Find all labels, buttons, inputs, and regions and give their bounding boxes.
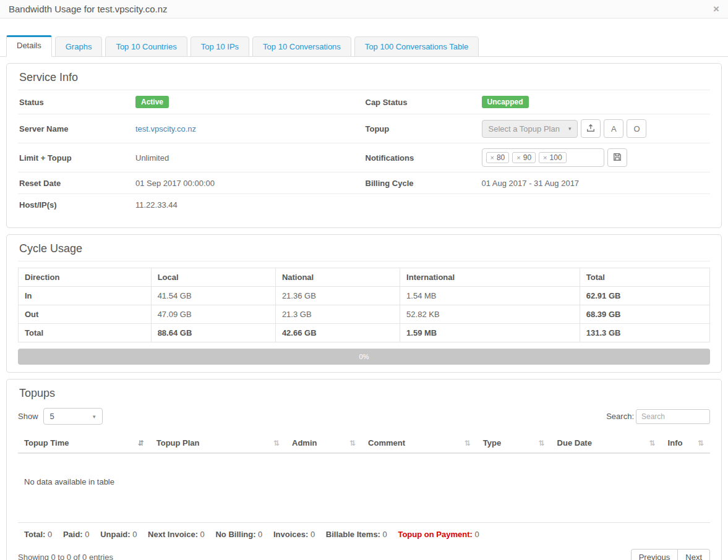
row-limit-notifications: Limit + Topup Unlimited Notifications × … <box>18 143 710 172</box>
search-input[interactable] <box>636 409 710 424</box>
show-entries-value: 5 <box>50 412 54 421</box>
service-info-title: Service Info <box>18 70 710 90</box>
server-name-label: Server Name <box>19 124 135 134</box>
reset-date-cell: Reset Date 01 Sep 2017 00:00:00 <box>18 172 364 193</box>
topups-title: Topups <box>18 386 710 402</box>
cycle-usage-panel: Cycle Usage Direction Local National Int… <box>6 234 722 373</box>
table-cell: 21.3 GB <box>275 305 400 324</box>
row-status: Status Active Cap Status Uncapped <box>18 90 710 114</box>
table-cell: 41.54 GB <box>151 287 275 305</box>
topup-a-button[interactable]: A <box>604 119 623 138</box>
tab-graphs[interactable]: Graphs <box>55 36 103 57</box>
table-cell: 1.59 MB <box>400 324 580 342</box>
search-group: Search: <box>606 409 710 424</box>
table-cell: 52.82 KB <box>400 305 580 324</box>
topups-table-footer: Showing 0 to 0 of 0 entries Previous Nex… <box>18 549 710 560</box>
cap-status-cell: Cap Status Uncapped <box>364 90 711 114</box>
notification-tag: × 100 <box>539 152 566 163</box>
table-row-out: Out 47.09 GB 21.3 GB 52.82 KB 68.39 GB <box>19 305 710 324</box>
pagination: Previous Next <box>631 549 710 560</box>
chevron-down-icon: ▾ <box>568 125 572 132</box>
notification-tag-value: 90 <box>523 153 531 162</box>
server-name-link[interactable]: test.vpscity.co.nz <box>135 124 196 134</box>
tab-top10-ips[interactable]: Top 10 IPs <box>191 36 249 57</box>
billing-cycle-value: 01 Aug 2017 - 31 Aug 2017 <box>482 179 580 188</box>
cycle-usage-table: Direction Local National International T… <box>18 268 710 342</box>
topup-plan-select-value: Select a Topup Plan <box>489 124 560 134</box>
sort-desc-icon[interactable]: ⇵ <box>138 439 144 448</box>
col-topup-plan[interactable]: Topup Plan⇅ <box>150 433 286 453</box>
showing-entries-text: Showing 0 to 0 of 0 entries <box>18 553 113 560</box>
limit-cell: Limit + Topup Unlimited <box>18 145 364 171</box>
col-due-date[interactable]: Due Date⇅ <box>551 433 662 453</box>
topups-controls: Show 5 ▾ Search: <box>18 408 710 425</box>
topup-plan-select[interactable]: Select a Topup Plan ▾ <box>482 120 578 138</box>
tab-bar: Details Graphs Top 10 Countries Top 10 I… <box>0 35 728 57</box>
cap-status-badge: Uncapped <box>482 96 529 108</box>
table-cell: Total <box>19 324 152 342</box>
status-cell: Status Active <box>18 90 364 114</box>
col-topup-time[interactable]: Topup Time⇵ <box>18 433 150 453</box>
tab-details[interactable]: Details <box>6 35 52 57</box>
tab-top100-conversations-table[interactable]: Top 100 Conversations Table <box>354 36 479 57</box>
topup-upload-button[interactable] <box>581 119 601 138</box>
host-cell: Host/IP(s) 11.22.33.44 <box>18 194 364 215</box>
sort-icon[interactable]: ⇅ <box>539 439 545 448</box>
table-cell: In <box>19 287 152 305</box>
row-server-topup: Server Name test.vpscity.co.nz Topup Sel… <box>18 114 710 143</box>
server-name-cell: Server Name test.vpscity.co.nz <box>18 116 364 142</box>
save-notifications-button[interactable] <box>607 148 627 167</box>
col-comment[interactable]: Comment⇅ <box>362 433 477 453</box>
sort-icon[interactable]: ⇅ <box>649 439 656 448</box>
topup-cell: Topup Select a Topup Plan ▾ A O <box>364 114 711 143</box>
table-cell: 47.09 GB <box>151 305 275 324</box>
previous-button[interactable]: Previous <box>631 549 679 560</box>
sort-icon[interactable]: ⇅ <box>465 439 471 448</box>
sort-icon[interactable]: ⇅ <box>349 439 356 448</box>
topup-label: Topup <box>366 124 482 134</box>
summary-invoices: Invoices: 0 <box>273 530 315 539</box>
sort-icon[interactable]: ⇅ <box>698 439 704 448</box>
floppy-disk-icon <box>613 153 622 163</box>
remove-tag-icon[interactable]: × <box>516 154 520 161</box>
table-cell: 1.54 MB <box>400 287 580 305</box>
remove-tag-icon[interactable]: × <box>490 154 494 161</box>
notification-tag-value: 100 <box>550 153 562 162</box>
summary-no-billing: No Billing: 0 <box>215 530 262 539</box>
col-international: International <box>400 268 580 287</box>
status-badge: Active <box>135 96 169 108</box>
topup-o-button[interactable]: O <box>627 119 646 138</box>
next-button[interactable]: Next <box>677 549 710 560</box>
sort-icon[interactable]: ⇅ <box>273 439 280 448</box>
tab-top10-countries[interactable]: Top 10 Countries <box>105 36 187 57</box>
host-ip-value: 11.22.33.44 <box>135 200 178 210</box>
notifications-cell: Notifications × 80 × 90 × 100 <box>364 143 711 172</box>
col-info[interactable]: Info⇅ <box>662 433 710 453</box>
summary-unpaid: Unpaid: 0 <box>100 530 137 539</box>
col-direction: Direction <box>19 268 152 287</box>
usage-header-row: Direction Local National International T… <box>19 268 710 287</box>
close-icon[interactable]: × <box>713 4 719 14</box>
topups-summary: Total: 0 Paid: 0 Unpaid: 0 Next Invoice:… <box>18 522 710 540</box>
topups-panel: Topups Show 5 ▾ Search: Topup Time⇵ Topu… <box>6 379 722 560</box>
billing-cycle-cell: Billing Cycle 01 Aug 2017 - 31 Aug 2017 <box>364 172 711 193</box>
modal-title: Bandwidth Usage for test.vpscity.co.nz <box>9 4 168 14</box>
notifications-tag-input[interactable]: × 80 × 90 × 100 <box>482 148 604 167</box>
table-cell: 21.36 GB <box>275 287 400 305</box>
service-info-panel: Service Info Status Active Cap Status Un… <box>6 63 722 228</box>
chevron-down-icon: ▾ <box>93 414 96 420</box>
status-label: Status <box>19 98 135 107</box>
cycle-usage-title: Cycle Usage <box>18 241 710 261</box>
summary-billable-items: Billable Items: 0 <box>326 530 387 539</box>
col-admin[interactable]: Admin⇅ <box>286 433 362 453</box>
show-entries-select[interactable]: 5 ▾ <box>43 408 103 425</box>
remove-tag-icon[interactable]: × <box>543 154 547 161</box>
notifications-label: Notifications <box>366 153 482 163</box>
row-host: Host/IP(s) 11.22.33.44 <box>18 194 710 220</box>
notification-tag: × 90 <box>512 152 536 163</box>
summary-next-invoice: Next Invoice: 0 <box>148 530 205 539</box>
col-type[interactable]: Type⇅ <box>477 433 551 453</box>
tab-top10-conversations[interactable]: Top 10 Conversations <box>252 36 351 57</box>
col-national: National <box>275 268 400 287</box>
show-label: Show <box>18 412 38 421</box>
